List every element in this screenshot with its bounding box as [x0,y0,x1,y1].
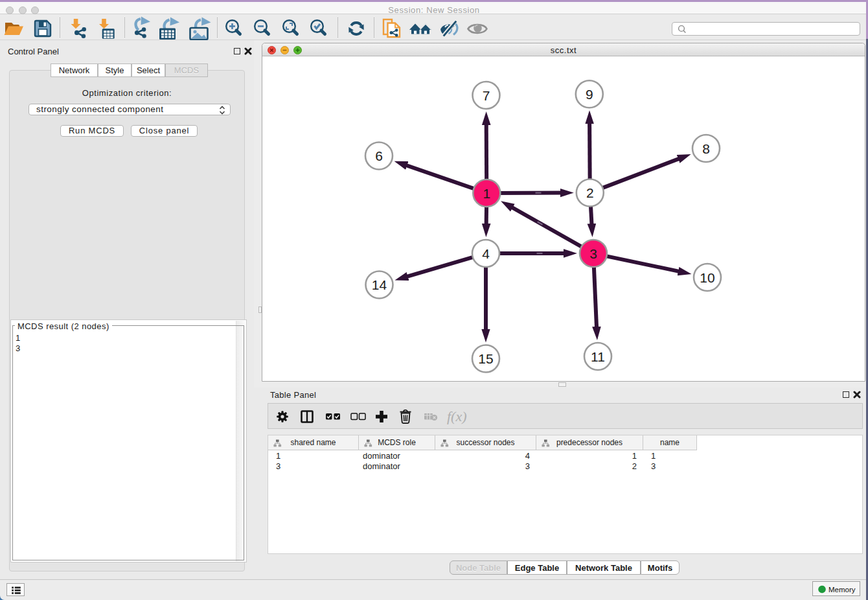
svg-text:15: 15 [478,351,493,366]
svg-text:9: 9 [586,87,593,102]
svg-text:Memory: Memory [828,586,856,594]
svg-text:f(x): f(x) [447,408,467,424]
svg-text:6: 6 [375,148,383,163]
svg-text:10: 10 [700,270,714,285]
svg-text:3: 3 [589,246,597,261]
svg-text:2: 2 [586,185,594,200]
svg-text:8: 8 [702,141,710,156]
svg-text:4: 4 [482,246,490,261]
svg-text:1: 1 [483,186,490,201]
svg-text:14: 14 [372,277,387,292]
svg-text:7: 7 [483,88,490,103]
svg-text:11: 11 [591,349,605,364]
